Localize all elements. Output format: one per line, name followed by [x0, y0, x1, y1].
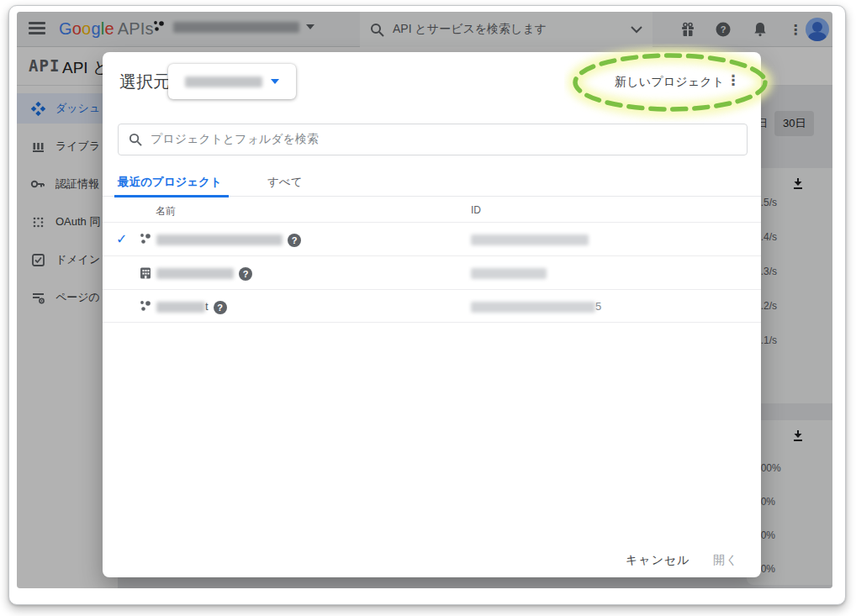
name-visible-suffix: t	[205, 300, 209, 313]
search-icon	[129, 133, 142, 146]
id-visible-suffix: 5	[595, 300, 601, 313]
annotation-ellipse	[564, 44, 785, 124]
project-search-placeholder: プロジェクトとフォルダを検索	[151, 132, 319, 147]
project-search-field[interactable]: プロジェクトとフォルダを検索	[118, 124, 748, 155]
tab-all[interactable]: すべて	[267, 168, 302, 197]
project-icon	[138, 232, 153, 247]
screenshot-frame: GoogleAPIs API とサービスを検索します ?	[8, 5, 846, 605]
row-help-icon[interactable]: ?	[288, 234, 301, 247]
tab-recent-projects[interactable]: 最近のプロジェクト	[118, 168, 222, 197]
project-name-redacted	[156, 302, 205, 313]
organization-dropdown[interactable]	[168, 64, 296, 99]
table-row[interactable]: ✓ ?	[103, 222, 761, 255]
project-id-redacted	[471, 234, 589, 245]
table-header: 名前 ID	[103, 200, 761, 222]
table-row[interactable]: ?	[103, 255, 761, 289]
project-id-redacted	[471, 302, 595, 313]
column-name: 名前	[156, 204, 176, 218]
row-help-icon[interactable]: ?	[214, 301, 227, 314]
table-row[interactable]: t? 5	[103, 289, 761, 323]
browser-viewport: GoogleAPIs API とサービスを検索します ?	[17, 12, 832, 588]
check-icon: ✓	[116, 231, 127, 247]
org-name-redacted	[156, 268, 234, 279]
dialog-title: 選択元	[119, 71, 170, 93]
open-button-disabled[interactable]: 開く	[713, 553, 738, 568]
cancel-button[interactable]: キャンセル	[626, 553, 690, 568]
project-picker-dialog: 選択元 新しいプロジェクト ⋮ プロジェクトとフォルダを検索 最近のプロジェクト…	[103, 52, 761, 577]
project-icon	[138, 299, 153, 314]
dialog-footer: キャンセル 開く	[103, 548, 761, 577]
organization-icon	[138, 266, 153, 281]
project-name-redacted	[156, 234, 283, 245]
caret-down-icon	[271, 79, 279, 84]
dialog-tabs: 最近のプロジェクト すべて	[103, 168, 761, 197]
org-id-redacted	[471, 268, 547, 279]
row-help-icon[interactable]: ?	[239, 267, 252, 281]
column-id: ID	[471, 204, 481, 216]
organization-name-redacted	[185, 76, 262, 87]
